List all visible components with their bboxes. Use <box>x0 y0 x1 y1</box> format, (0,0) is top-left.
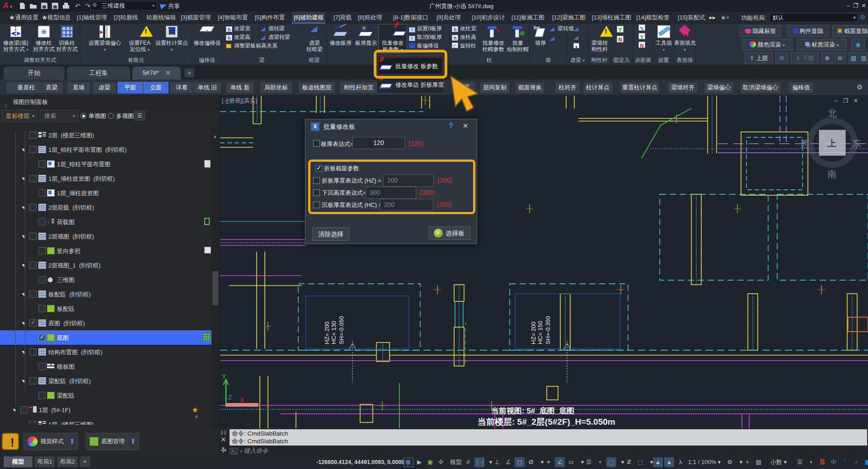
tree-row-底图[interactable]: 底图 (剖切框) <box>0 316 211 330</box>
osnap-icon[interactable]: ◻ <box>515 457 525 467</box>
quickbar-虚梁[interactable]: 虚梁 <box>93 82 116 94</box>
doc-tab-close-icon[interactable]: ✕ <box>165 69 171 76</box>
lower-floor-button[interactable]: ⬇ 下层 <box>791 52 819 64</box>
tab-extra-icon[interactable]: ▣ ▾ <box>719 12 731 23</box>
quickbar-板虚线图层[interactable]: 板虚线图层 <box>298 82 335 94</box>
expander-icon[interactable] <box>22 380 24 383</box>
ribbon-tab-2[interactable]: [1]轴线管理 <box>75 12 108 23</box>
tree-checkbox[interactable] <box>29 204 37 211</box>
ribbon-tab-17[interactable]: [14]模型检查 <box>634 12 671 23</box>
tree-checkbox[interactable] <box>38 305 46 312</box>
floor-filter-dropdown[interactable]: 星标楼层▾ <box>1 110 38 122</box>
fixed-geometry-no-icon[interactable]: N <box>617 35 625 43</box>
sink-height-checkbox[interactable] <box>313 189 320 196</box>
color-render-button[interactable]: 颜色渲染 ▾ <box>742 39 793 51</box>
ribbon-tab-9[interactable]: [7]荷载 <box>332 12 353 23</box>
open-folder-icon[interactable] <box>29 1 38 10</box>
grid-toggle-icon[interactable]: # <box>463 457 473 467</box>
tree-checkbox[interactable] <box>29 262 37 269</box>
material-render-button[interactable]: 材质渲染 ▾ <box>797 39 847 51</box>
tree-checkbox[interactable] <box>29 131 37 139</box>
star-icon[interactable]: ★ <box>192 405 198 415</box>
workspace-dropdown[interactable]: 三维建模▾ <box>90 1 157 10</box>
menu-item-batch-modify-slab-params[interactable]: ✎ 批量修改 板参数 <box>377 56 443 75</box>
dialog-title-bar[interactable]: X 批量修改板 ? ✕ <box>305 119 477 134</box>
ribbon-tab-5[interactable]: [3]截面管理 <box>179 12 212 23</box>
cancel-zero-slab-thickness-button[interactable]: h取消0板厚 <box>409 33 442 41</box>
command-history[interactable]: 命令: CmdSlabBatch命令: CmdSlabBatch <box>230 429 867 446</box>
zoom-in-button[interactable]: ⊕ <box>821 52 833 64</box>
tree-row-梁配筋[interactable]: 梁配筋 <box>0 388 211 403</box>
modify-beam-width-button[interactable]: b改梁宽 <box>226 25 250 33</box>
decimal-format-display[interactable]: 小数 ▾ <box>765 457 792 467</box>
expander-icon[interactable] <box>22 149 24 152</box>
wall-to-beam-button[interactable]: →墙转梁 <box>260 25 285 33</box>
select-slab-button[interactable]: ✓选择板 <box>429 226 470 240</box>
layout-dropdown[interactable]: 默认 <box>769 13 858 22</box>
quickbar-取消梁墙偏心[interactable]: 取消梁墙偏心 <box>740 82 781 94</box>
menu-item-modify-single-edge[interactable]: ✎ 修改单边 折板厚度 <box>377 75 443 94</box>
ribbon-tab-12[interactable]: [9]后处理 <box>435 12 462 23</box>
sink-thickness-checkbox[interactable] <box>313 202 320 208</box>
base-map-button[interactable]: 底图管理 <box>86 433 127 450</box>
ribbon-tab-14[interactable]: [11]板施工图 <box>510 12 546 23</box>
modify-column-height-button[interactable]: h改柱高 <box>452 33 476 41</box>
layout-tab-布局2[interactable]: 布局2 <box>57 456 78 467</box>
tab-overflow-icon[interactable]: ▶▶ <box>708 12 718 23</box>
ribbon-tab-13[interactable]: [10]初步设计 <box>470 12 507 23</box>
list-icon[interactable]: ☰ <box>795 457 805 467</box>
annot-vis-icon[interactable]: ▲ <box>653 457 663 467</box>
slab-thickness-input[interactable]: 120 <box>352 137 405 149</box>
tree-checkbox[interactable] <box>29 175 37 182</box>
tree-row-荷载图[interactable]: ↓荷载图 <box>0 215 211 229</box>
restore-icon[interactable]: ❐ <box>853 2 858 9</box>
tree-checkbox[interactable] <box>38 189 46 197</box>
tree-row-1层_墙柱提资图[interactable]: 1层_墙柱提资图 <box>0 186 211 200</box>
sogou-icon[interactable]: S <box>817 457 827 467</box>
scale-display[interactable]: 1:1 / 100% ▾ <box>687 457 722 467</box>
surface-fill-button[interactable]: 表面填充 ▾ <box>674 24 696 53</box>
quickbar-梁墙偏心[interactable]: 梁墙偏心 <box>704 82 734 94</box>
section-visibility-button[interactable]: ▣ 截面显隐 <box>832 25 868 37</box>
tree-menu-icon[interactable]: ☰ <box>134 111 145 121</box>
toolbox-button[interactable]: 工具箱 ▾ <box>653 24 674 53</box>
tree-checkbox[interactable] <box>38 334 46 341</box>
ribbon-tab-3[interactable]: [2]轮廓线 <box>112 12 140 23</box>
tree-row-1层[interactable]: 1层 (楼层三维图) <box>0 417 211 425</box>
tree-row-1层[interactable]: 1层 (5#-1F)★▼ <box>0 403 211 417</box>
image-mode-icon[interactable]: ▣ <box>425 457 435 467</box>
batch-modify-slab-params-button[interactable]: ✎批量修改板参数 ▾ <box>379 24 407 53</box>
print-icon[interactable] <box>61 1 70 10</box>
polar-icon[interactable]: ∠ <box>503 457 513 467</box>
doc-tab-current[interactable]: 5#7#*✕ <box>132 66 181 80</box>
app-logo[interactable]: A ▾ <box>3 1 12 10</box>
modify-beam-height-button[interactable]: h改梁高 <box>226 33 250 41</box>
expander-icon[interactable] <box>22 293 24 296</box>
multi-view-radio[interactable]: 多视图 <box>108 112 134 120</box>
tree-checkbox[interactable] <box>29 348 37 356</box>
transparency-icon[interactable]: ☰ <box>584 457 594 467</box>
undo-icon[interactable]: ↶ <box>73 1 82 10</box>
quickbar-偏移值[interactable]: 偏移值 <box>788 82 814 94</box>
error-adjust-yes-icon[interactable]: Y <box>638 33 647 40</box>
dyn-input-icon[interactable]: ∠ <box>555 457 565 467</box>
save-as-icon[interactable]: ✎ <box>51 1 60 10</box>
quickbar-柱计算点[interactable]: 柱计算点 <box>583 82 613 94</box>
quickbar-柱对齐[interactable]: 柱对齐 <box>555 82 580 94</box>
zoom-out-button[interactable]: ⊖ <box>834 52 846 64</box>
floor-gear-button[interactable]: ⚙ <box>775 52 788 64</box>
quickbar-重置柱计算点[interactable]: 重置柱计算点 <box>620 82 660 94</box>
compass-east[interactable]: 东 <box>852 137 861 150</box>
slab-thickness-display-button[interactable]: ☀h板厚显示 <box>353 24 379 46</box>
ime-punct-icon[interactable]: ’ <box>840 457 850 467</box>
ribbon-tab-7[interactable]: [5]构件布置 <box>253 12 286 23</box>
expander-icon[interactable] <box>22 206 24 210</box>
expander-icon[interactable] <box>22 235 24 239</box>
fold-thickness-input[interactable]: 200 <box>383 174 434 187</box>
upper-floor-button[interactable]: ⬆ 上层 <box>745 52 773 64</box>
tree-row-板配筋[interactable]: 板配筋 (剖切框) <box>0 287 211 301</box>
annot-auto-icon[interactable]: ▲ <box>664 457 674 467</box>
cursor-mode-icon[interactable]: ▶ <box>414 457 424 467</box>
fold-section-checkbox[interactable] <box>315 165 322 172</box>
sink-height-input[interactable]: 300 <box>366 187 416 199</box>
